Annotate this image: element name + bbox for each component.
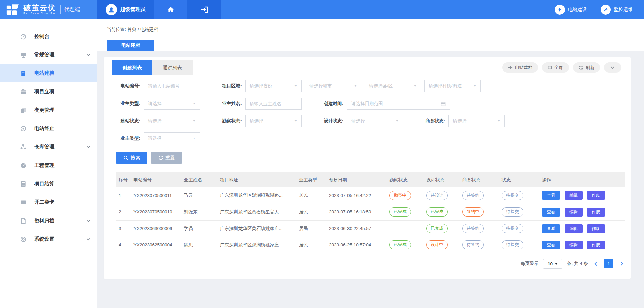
void-button[interactable]: 作废 bbox=[587, 208, 605, 217]
sidebar-item-station-filing[interactable]: 电站建档 bbox=[0, 64, 97, 82]
caret-down-icon: ▼ bbox=[193, 102, 196, 105]
edit-button[interactable]: 编辑 bbox=[565, 241, 583, 249]
town-select[interactable]: 请选择村镇/街道▼ bbox=[424, 80, 481, 92]
sidebar-item-general-management[interactable]: 常规管理 bbox=[0, 46, 97, 64]
table-header-row: 序号 电站编号 业主姓名 项目地址 业主类型 创建日期 勘察状态 设计状态 商务… bbox=[116, 172, 625, 187]
view-button[interactable]: 查看 bbox=[542, 191, 560, 200]
date-range-value: 请选择日期范围 bbox=[351, 101, 383, 107]
sidebar-item-project-initiation[interactable]: 项目立项 bbox=[0, 82, 97, 101]
briefcase-icon bbox=[20, 88, 27, 95]
build-status-select[interactable]: 请选择▼ bbox=[144, 115, 200, 127]
sidebar-item-system-settings[interactable]: 系统设置 bbox=[0, 230, 97, 248]
col-address: 项目地址 bbox=[216, 172, 295, 187]
design-status-select[interactable]: 请选择▼ bbox=[347, 115, 403, 127]
search-button[interactable]: 搜索 bbox=[116, 152, 147, 164]
topbar-spacer bbox=[221, 0, 555, 19]
search-label: 搜索 bbox=[131, 155, 140, 161]
sidebar-item-label: 仓库管理 bbox=[34, 144, 54, 150]
city-select-value: 请选择城市 bbox=[309, 83, 332, 89]
sidebar-item-label: 常规管理 bbox=[34, 52, 54, 58]
edit-button[interactable]: 编辑 bbox=[565, 208, 583, 217]
county-select[interactable]: 请选择县/区▼ bbox=[365, 80, 421, 92]
brand-subtitle: Po Jian Yun Fu bbox=[23, 12, 56, 15]
sidebar-item-engineering-management[interactable]: 工程管理 bbox=[0, 156, 97, 175]
page-number-current[interactable]: 1 bbox=[604, 259, 613, 268]
prev-page-button[interactable] bbox=[592, 259, 600, 268]
caret-down-icon: ▼ bbox=[294, 85, 297, 87]
status-badge: 待提交 bbox=[502, 191, 523, 200]
sidebar-item-class2-card[interactable]: 开二类卡 bbox=[0, 193, 97, 211]
sidebar-item-change-management[interactable]: 变更管理 bbox=[0, 101, 97, 119]
module-monitoring-ops[interactable]: 监控运维 bbox=[601, 5, 633, 15]
target-icon bbox=[20, 236, 27, 243]
copy-icon bbox=[20, 107, 27, 114]
filter-form: 电站编号: 项目区域: 请选择省份▼ 请选择城市▼ 请选择县/区▼ bbox=[104, 75, 631, 144]
date-range-picker[interactable]: 请选择日期范围 bbox=[347, 98, 450, 110]
home-button[interactable] bbox=[154, 0, 187, 19]
city-select[interactable]: 请选择城市▼ bbox=[305, 80, 361, 92]
owner-type2-label: 业主类型: bbox=[116, 135, 140, 141]
fullscreen-button[interactable]: 全屏 bbox=[542, 62, 569, 73]
user-menu[interactable]: 超级管理员 bbox=[97, 0, 154, 19]
filter-row-4: 业主类型: 请选择▼ bbox=[116, 132, 631, 144]
status-badge: 待提交 bbox=[502, 224, 523, 233]
chevron-right-icon bbox=[619, 261, 624, 266]
station-code-input[interactable] bbox=[144, 80, 200, 92]
status-badge: 已完成 bbox=[426, 224, 448, 233]
file-icon bbox=[20, 218, 27, 224]
owner-name-input[interactable] bbox=[246, 98, 301, 109]
sidebar-item-console[interactable]: 控制台 bbox=[0, 27, 97, 46]
edit-button[interactable]: 编辑 bbox=[565, 224, 583, 233]
tab-create-list[interactable]: 创建列表 bbox=[112, 60, 152, 75]
reset-button[interactable]: 重置 bbox=[151, 152, 182, 164]
caret-down-icon: ▼ bbox=[473, 85, 476, 87]
user-name: 超级管理员 bbox=[120, 6, 146, 13]
build-status-value: 请选择 bbox=[148, 118, 162, 124]
view-button[interactable]: 查看 bbox=[542, 208, 560, 217]
sidebar-item-warehouse-management[interactable]: 仓库管理 bbox=[0, 138, 97, 156]
top-bar: 破茧云伏 Po Jian Yun Fu 代理端 超级管理员 bbox=[0, 0, 644, 19]
void-button[interactable]: 作废 bbox=[587, 224, 605, 233]
per-page-select[interactable]: 10 bbox=[543, 259, 562, 269]
edit-button[interactable]: 编辑 bbox=[565, 191, 583, 200]
logout-button[interactable] bbox=[187, 0, 221, 19]
survey-status-select[interactable]: 请选择▼ bbox=[245, 115, 302, 127]
next-page-button[interactable] bbox=[618, 259, 625, 268]
void-button[interactable]: 作废 bbox=[587, 241, 605, 249]
station-table: 序号 电站编号 业主姓名 项目地址 业主类型 创建日期 勘察状态 设计状态 商务… bbox=[116, 172, 625, 253]
per-page-label: 每页显示 bbox=[521, 261, 539, 267]
void-button[interactable]: 作废 bbox=[587, 191, 605, 200]
caret-down-icon: ▼ bbox=[193, 137, 196, 140]
view-button[interactable]: 查看 bbox=[542, 224, 560, 233]
table-row: 2 YX2023070500010 刘强东 广东深圳龙华区黄石镇星官大... 居… bbox=[116, 204, 625, 220]
brand-text: 破茧云伏 Po Jian Yun Fu bbox=[23, 4, 56, 15]
province-select[interactable]: 请选择省份▼ bbox=[245, 80, 302, 92]
region-label: 项目区域: bbox=[218, 83, 242, 89]
page-tab-station-filing[interactable]: 电站建档 bbox=[107, 40, 154, 51]
business-status-select[interactable]: 请选择▼ bbox=[448, 115, 505, 127]
chevron-down-icon bbox=[86, 219, 90, 223]
design-status-value: 请选择 bbox=[351, 118, 365, 124]
filter-row-1: 电站编号: 项目区域: 请选择省份▼ 请选择城市▼ 请选择县/区▼ bbox=[116, 80, 631, 92]
sidebar-item-label: 电站终止 bbox=[34, 125, 54, 132]
sidebar-item-data-archive[interactable]: 资料归档 bbox=[0, 211, 97, 230]
view-button[interactable]: 查看 bbox=[542, 241, 560, 249]
status-badge: 勘察中 bbox=[389, 191, 411, 200]
brand-title: 破茧云伏 bbox=[23, 4, 56, 12]
sidebar-item-label: 变更管理 bbox=[34, 107, 54, 113]
county-select-value: 请选择县/区 bbox=[369, 83, 393, 89]
owner-type-select[interactable]: 请选择▼ bbox=[144, 98, 200, 110]
breadcrumb: 当前位置: 首页 / 电站建档 bbox=[97, 19, 644, 40]
list-tabs: 创建列表 通过列表 bbox=[112, 60, 193, 75]
refresh-label: 刷新 bbox=[586, 65, 594, 71]
collapse-toolbar-button[interactable] bbox=[604, 62, 621, 73]
sidebar-item-station-termination[interactable]: 电站终止 bbox=[0, 119, 97, 138]
page-tab-row: 电站建档 bbox=[97, 40, 644, 51]
owner-type2-select[interactable]: 请选择▼ bbox=[144, 132, 200, 144]
module-station-construction[interactable]: 电站建设 bbox=[555, 5, 587, 15]
tab-passed-list[interactable]: 通过列表 bbox=[152, 60, 193, 75]
refresh-button[interactable]: 刷新 bbox=[573, 62, 600, 73]
add-station-button[interactable]: 电站建档 bbox=[502, 62, 538, 73]
sidebar-item-project-settlement[interactable]: 项目结算 bbox=[0, 175, 97, 193]
monitor-icon bbox=[20, 52, 27, 58]
